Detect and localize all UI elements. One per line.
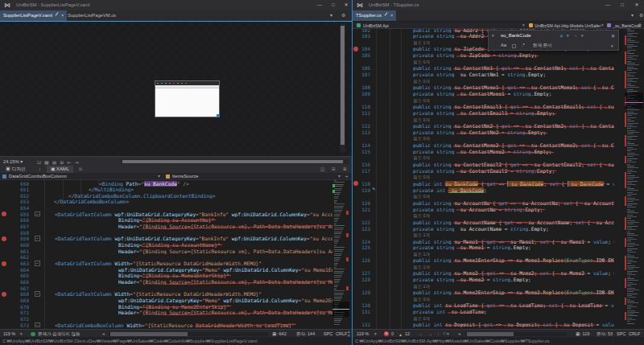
warnings-count[interactable]: 12 [405, 331, 410, 336]
nav-type[interactable]: UniBizSM.Api.Http.Models.UniSales.Code.S [535, 23, 601, 28]
chevron-down-icon[interactable]: ▾ [581, 33, 584, 38]
code-line[interactable]: 660Binding="{Binding su_AccountName}" [0, 242, 352, 248]
nav-project[interactable]: UniBizSM.Api [363, 23, 389, 28]
tab-tsupplier-cs[interactable]: TSupplier.cs× [353, 10, 396, 21]
breadcrumb-element[interactable]: DataGridComboBoxColumn [9, 174, 67, 179]
code-line[interactable]: 127public string su_Memo2 { get => _su_M… [353, 270, 644, 277]
breakpoint-icon[interactable] [2, 292, 6, 297]
code-line[interactable]: 663–<DataGridTextColumn Width="{StaticRe… [0, 261, 352, 267]
code-line[interactable]: 121private string _su_AccountNo = string… [353, 206, 644, 212]
code-line[interactable]: ✎119private int _su_BankCode; [353, 187, 644, 193]
code-line[interactable]: 652</DataGridComboBoxColumn.ClipboardCon… [0, 192, 352, 199]
scroll-left-icon[interactable]: ◂ [458, 331, 460, 336]
close-button[interactable]: ✕ [631, 0, 642, 10]
expand-pane-icon[interactable]: ⊞ [343, 166, 347, 171]
code-line[interactable]: 120public string su_AccountNo { get => _… [353, 199, 644, 206]
chevron-down-icon[interactable]: ▾ [338, 174, 341, 179]
code-line[interactable]: 131private int _su_LeadTime; [353, 309, 644, 315]
designer-horizontal-scrollbar[interactable] [121, 159, 349, 164]
code-line[interactable]: 125private string _su_Memo1 = string.Emp… [353, 244, 644, 251]
editor-horizontal-scrollbar[interactable] [109, 332, 268, 336]
codelens-line[interactable]: 참조 0개 [353, 154, 644, 161]
code-line[interactable]: 662 [0, 254, 352, 261]
maximize-button[interactable]: □ [617, 0, 628, 10]
tab-supplierlistpagevm-cs[interactable]: SupplierListPageVM.cs [64, 10, 119, 21]
match-case-button[interactable]: Aa [501, 43, 506, 47]
codelens-line[interactable]: 참조 0개 [353, 59, 644, 65]
fold-collapse-icon[interactable]: – [35, 322, 40, 328]
tab-list-dropdown-icon[interactable]: ▾ [330, 12, 332, 18]
code-line[interactable]: 672 [0, 316, 352, 322]
code-line[interactable]: 673–<DataGridComboBoxColumn Width="{Stat… [0, 322, 352, 328]
fold-collapse-icon[interactable]: – [35, 291, 40, 297]
minimap[interactable] [625, 29, 643, 329]
chevron-down-icon[interactable]: ▾ [522, 23, 525, 27]
warnings-icon[interactable]: ▲ [398, 332, 402, 337]
search-input[interactable]: su_BankCode [501, 33, 531, 38]
code-line[interactable]: 654 [0, 205, 352, 212]
code-line[interactable]: 117private string _su_ContactEmail2 = st… [353, 167, 644, 174]
codelens-line[interactable]: 참조 0개 [353, 174, 644, 180]
editor-zoom[interactable]: 119 % [357, 331, 369, 336]
code-line[interactable]: 653</DataGridComboBoxColumn> [0, 199, 352, 205]
chevron-down-icon[interactable]: ▾ [158, 174, 160, 179]
code-line[interactable]: 105private string _su_ZipCode = string.E… [353, 52, 644, 59]
code-line[interactable]: 126public string su_Memo1EnterSkip => su… [353, 257, 644, 264]
code-line[interactable]: 658 [0, 229, 352, 236]
code-line[interactable]: 657Header="{Binding Source={StaticResour… [0, 224, 352, 230]
navigate-forward-icon[interactable]: → [428, 331, 433, 336]
editor-horizontal-scrollbar[interactable] [465, 332, 567, 336]
breakpoint-icon[interactable] [2, 261, 6, 266]
plus-icon[interactable]: + [345, 174, 348, 179]
codelens-line[interactable]: 참조 1개 [353, 232, 644, 238]
code-line[interactable]: 130public int su_LeadTime { get => _su_L… [353, 302, 644, 309]
codelens-line[interactable]: 참조 0개 [353, 117, 644, 123]
chevron-down-icon[interactable]: ▾ [567, 33, 569, 38]
codelens-line[interactable]: 참조 1개 [353, 283, 644, 290]
codelens-line[interactable]: 참조 0개 [353, 97, 644, 104]
close-find-icon[interactable]: ✕ [611, 33, 615, 39]
chevron-down-icon[interactable]: ▾ [601, 23, 604, 27]
codelens-line[interactable]: 참조 0개 [353, 135, 644, 142]
clear-search-icon[interactable]: ✕ [559, 33, 564, 39]
code-line[interactable]: 115private string _su_ContactMemo2 = str… [353, 148, 644, 154]
code-line[interactable]: 114public string su_ContactMemo2 { get =… [353, 142, 644, 148]
code-line[interactable]: 124public string su_Memo1 { get => _su_M… [353, 238, 644, 244]
code-line[interactable]: 656Binding="{Binding su_AccountNo}" [0, 217, 352, 224]
code-line[interactable]: 129public string su_Memo2EnterSkip => su… [353, 290, 644, 296]
tab-xaml[interactable]: ▣ XAML [47, 166, 73, 173]
scroll-left-icon[interactable]: ◂ [102, 331, 105, 336]
chevron-down-icon[interactable]: ▾ [611, 43, 613, 48]
gear-icon[interactable]: ⚙ [639, 12, 643, 18]
code-line[interactable]: 106public string su_ContactNm1 { get => … [353, 65, 644, 72]
gear-icon[interactable]: ⚙ [341, 12, 345, 18]
nav-member[interactable]: _su_BankCode [613, 23, 641, 28]
codelens-line[interactable]: 참조 0개 [353, 78, 644, 84]
popout-icon[interactable]: ⧉ [79, 166, 82, 172]
breadcrumb-property[interactable]: ItemsSource [172, 174, 199, 179]
designer-vertical-scrollbar[interactable] [340, 23, 345, 152]
pin-icon[interactable] [56, 12, 59, 17]
expand-icon[interactable]: ▾ [492, 33, 494, 38]
fold-collapse-icon[interactable]: – [35, 212, 40, 217]
code-line[interactable]: 661Header="{Binding Source={StaticResour… [0, 248, 352, 254]
tool-dropdown-icon[interactable]: ⚐▾ [443, 331, 449, 336]
navigate-back-icon[interactable]: ← [419, 331, 423, 336]
code-line[interactable]: 670Binding="{Binding su_Memo2EnterSkip}" [0, 303, 352, 310]
editor-zoom[interactable]: 119 % [3, 331, 15, 336]
code-line[interactable]: 655–<DataGridTextColumn wpf:UniDataGrid.… [0, 211, 352, 217]
whole-word-button[interactable] [512, 44, 516, 48]
breakpoint-icon[interactable] [2, 236, 6, 241]
code-line[interactable]: 659–<DataGridTextColumn wpf:UniDataGrid.… [0, 236, 352, 242]
codelens-line[interactable]: 참조 0개 [353, 315, 644, 322]
design-preview-window[interactable] [155, 80, 220, 117]
xaml-designer-canvas[interactable] [0, 22, 352, 156]
code-line[interactable]: 113private string _su_ContactNm2 = strin… [353, 129, 644, 136]
vertical-split-icon[interactable]: ◫ [320, 166, 324, 171]
errors-count[interactable]: 0 [391, 331, 394, 336]
codelens-line[interactable]: 참조 0개 [353, 212, 644, 219]
xaml-code-editor[interactable]: 650<Binding Path="su_BankCode" />651</Mu… [0, 180, 352, 329]
horizontal-split-icon[interactable]: ⊟ [332, 166, 336, 171]
close-button[interactable]: ✕ [341, 0, 352, 10]
find-next-icon[interactable]: → [573, 33, 578, 38]
